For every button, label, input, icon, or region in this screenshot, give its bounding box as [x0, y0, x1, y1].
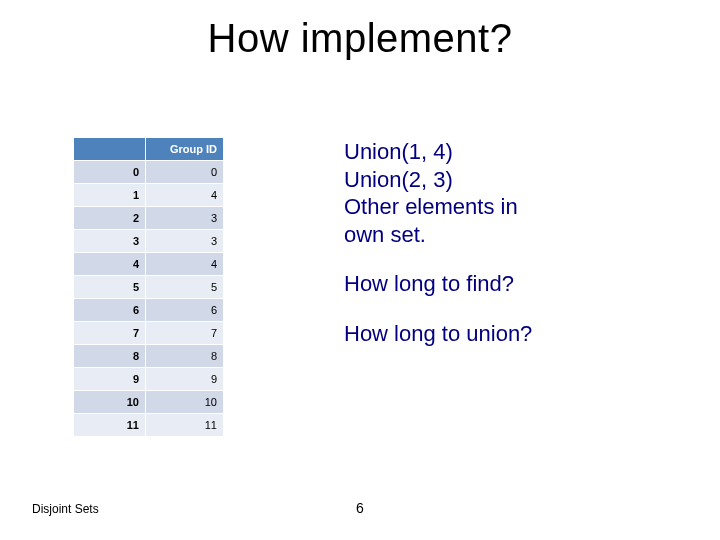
table-row: 66	[74, 299, 224, 322]
table-row: 23	[74, 207, 224, 230]
table-row: 88	[74, 345, 224, 368]
cell-gid: 6	[146, 299, 224, 322]
rhs-line: own set.	[344, 221, 684, 249]
group-id-table: Group ID 00 14 23 33 44 55 66 77 88 99 1…	[72, 136, 225, 438]
cell-gid: 0	[146, 161, 224, 184]
table-row: 00	[74, 161, 224, 184]
cell-idx: 2	[74, 207, 146, 230]
cell-idx: 5	[74, 276, 146, 299]
cell-idx: 7	[74, 322, 146, 345]
cell-idx: 0	[74, 161, 146, 184]
cell-idx: 8	[74, 345, 146, 368]
union-ops-block: Union(1, 4) Union(2, 3) Other elements i…	[344, 138, 684, 248]
cell-idx: 10	[74, 391, 146, 414]
cell-gid: 4	[146, 253, 224, 276]
table-row: 44	[74, 253, 224, 276]
cell-gid: 3	[146, 230, 224, 253]
table-header-blank	[74, 138, 146, 161]
cell-gid: 10	[146, 391, 224, 414]
cell-gid: 5	[146, 276, 224, 299]
rhs-line: Other elements in	[344, 193, 684, 221]
page-number: 6	[0, 500, 720, 516]
table-row: 1111	[74, 414, 224, 437]
table-row: 99	[74, 368, 224, 391]
cell-gid: 3	[146, 207, 224, 230]
cell-gid: 7	[146, 322, 224, 345]
cell-gid: 4	[146, 184, 224, 207]
cell-gid: 9	[146, 368, 224, 391]
table-header-group-id: Group ID	[146, 138, 224, 161]
table-row: 77	[74, 322, 224, 345]
cell-idx: 11	[74, 414, 146, 437]
cell-idx: 1	[74, 184, 146, 207]
table-row: 33	[74, 230, 224, 253]
page-title: How implement?	[0, 16, 720, 61]
cell-gid: 11	[146, 414, 224, 437]
slide: How implement? Group ID 00 14 23 33 44 5…	[0, 0, 720, 540]
rhs-line: Union(1, 4)	[344, 138, 684, 166]
question-union: How long to union?	[344, 320, 684, 348]
cell-idx: 3	[74, 230, 146, 253]
table-row: 14	[74, 184, 224, 207]
question-find: How long to find?	[344, 270, 684, 298]
cell-gid: 8	[146, 345, 224, 368]
table-row: 1010	[74, 391, 224, 414]
rhs-text: Union(1, 4) Union(2, 3) Other elements i…	[344, 138, 684, 369]
cell-idx: 6	[74, 299, 146, 322]
cell-idx: 9	[74, 368, 146, 391]
cell-idx: 4	[74, 253, 146, 276]
table-row: 55	[74, 276, 224, 299]
table-header-row: Group ID	[74, 138, 224, 161]
rhs-line: Union(2, 3)	[344, 166, 684, 194]
